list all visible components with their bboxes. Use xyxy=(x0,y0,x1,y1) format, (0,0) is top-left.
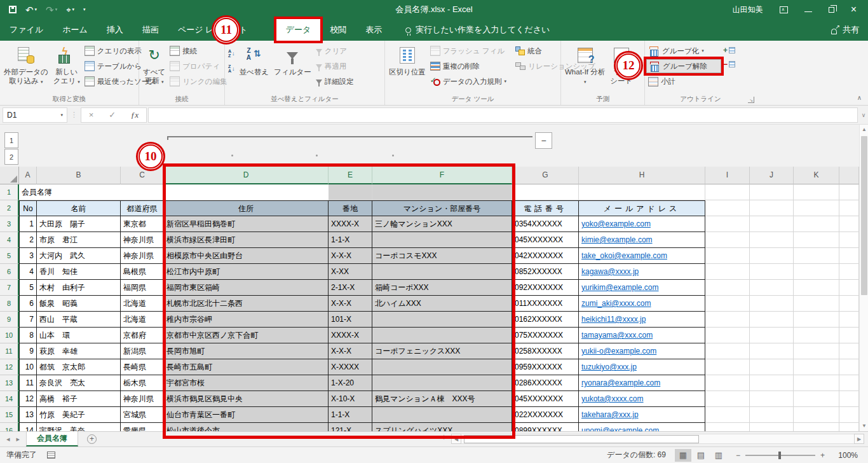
email-link[interactable]: tuzukiyo@xxx.jp xyxy=(581,363,637,371)
table-row-8-col-1[interactable]: 8 xyxy=(19,328,37,343)
empty-cell[interactable] xyxy=(794,264,839,280)
table-row-14-col-1[interactable]: 14 xyxy=(19,423,37,431)
empty-cell[interactable] xyxy=(750,216,794,232)
row-header-11[interactable]: 11 xyxy=(0,343,19,359)
row-header-8[interactable]: 8 xyxy=(0,296,19,312)
table-row-11-col-3[interactable]: 栃木県 xyxy=(121,375,164,391)
empty-cell[interactable] xyxy=(579,184,705,200)
empty-cell[interactable] xyxy=(750,359,794,375)
table-row-5-col-3[interactable]: 福岡県 xyxy=(121,280,164,296)
filter-button[interactable]: フィルター xyxy=(271,43,314,96)
email-link[interactable]: yurikim@example.com xyxy=(581,283,659,292)
what-if-analysis-button[interactable]: What-If 分析 ▾ xyxy=(562,43,607,96)
table-row-2-col-2[interactable]: 市原 君江 xyxy=(37,232,121,248)
horizontal-scroll-thumb[interactable] xyxy=(464,435,699,443)
text-to-columns-button[interactable]: 区切り位置 xyxy=(386,43,428,96)
table-row-14-col-7[interactable]: 0899XXXXXX xyxy=(512,423,579,431)
empty-cell[interactable] xyxy=(839,232,859,248)
column-header-K[interactable]: K xyxy=(794,167,839,184)
reapply-button[interactable]: 再適用 xyxy=(314,59,356,73)
table-row-3-col-2[interactable]: 大河内 武久 xyxy=(37,248,121,264)
empty-cell[interactable] xyxy=(705,391,750,407)
vertical-scrollbar[interactable]: ▲ ▼ xyxy=(859,125,868,431)
horizontal-scrollbar[interactable]: ◀ ▶ xyxy=(451,433,864,445)
table-row-3-col-1[interactable]: 3 xyxy=(19,248,37,264)
table-row-6-col-6[interactable]: 北ハイムXXX xyxy=(372,296,512,312)
table-row-7-col-5[interactable]: 101-X xyxy=(329,312,372,328)
table-row-10-col-2[interactable]: 都筑 京太郎 xyxy=(37,359,121,375)
empty-cell[interactable] xyxy=(839,391,859,407)
table-row-2-col-6[interactable] xyxy=(372,232,512,248)
empty-cell[interactable] xyxy=(839,312,859,328)
show-detail-button[interactable]: + xyxy=(721,44,737,57)
table-row-8-col-5[interactable]: XXXX-X xyxy=(329,328,372,343)
table-row-5-col-2[interactable]: 木村 由利子 xyxy=(37,280,121,296)
remove-duplicates-button[interactable]: 重複の削除 xyxy=(428,59,508,73)
empty-cell[interactable] xyxy=(839,248,859,264)
empty-cell[interactable] xyxy=(794,232,839,248)
formula-input[interactable] xyxy=(148,107,858,123)
scroll-right-icon[interactable]: ▶ xyxy=(854,434,864,444)
table-row-8-col-7[interactable]: 075XXXXXXX xyxy=(512,328,579,343)
table-row-12-col-5[interactable]: X-10-X xyxy=(329,391,372,407)
email-link[interactable]: tamayama@xxx.com xyxy=(581,331,653,340)
empty-cell[interactable] xyxy=(705,184,750,200)
column-header-filler[interactable] xyxy=(839,167,859,184)
empty-cell[interactable] xyxy=(705,216,750,232)
empty-cell[interactable] xyxy=(750,184,794,200)
table-row-4-col-6[interactable] xyxy=(372,264,512,280)
empty-cell[interactable] xyxy=(750,391,794,407)
table-row-5-col-1[interactable]: 5 xyxy=(19,280,37,296)
table-row-7-col-7[interactable]: 0162XXXXXX xyxy=(512,312,579,328)
row-header-6[interactable]: 6 xyxy=(0,264,19,280)
table-row-1-col-3[interactable]: 東京都 xyxy=(121,216,164,232)
column-header-I[interactable]: I xyxy=(705,167,750,184)
empty-cell[interactable] xyxy=(705,423,750,431)
table-row-2-col-1[interactable]: 2 xyxy=(19,232,37,248)
table-header-3[interactable]: 都道府県 xyxy=(121,200,164,216)
empty-cell[interactable] xyxy=(750,407,794,423)
cancel-icon[interactable]: × xyxy=(89,110,94,120)
email-link[interactable]: unomi@excample.com xyxy=(581,426,659,431)
table-row-14-col-4[interactable]: 松山市道後今市 xyxy=(164,423,329,431)
table-row-6-col-7[interactable]: 011XXXXXXX xyxy=(512,296,579,312)
page-break-view-button[interactable]: ▥ xyxy=(710,449,727,462)
row-header-15[interactable]: 15 xyxy=(0,407,19,423)
empty-cell[interactable] xyxy=(839,280,859,296)
tab-draw[interactable]: 描画 xyxy=(133,19,168,41)
zoom-slider[interactable] xyxy=(745,455,815,456)
row-header-3[interactable]: 3 xyxy=(0,216,19,232)
empty-cell[interactable] xyxy=(705,264,750,280)
table-row-12-col-8[interactable]: yukota@xxxx.com xyxy=(579,391,705,407)
tab-review[interactable]: 校閲 xyxy=(320,19,356,41)
empty-cell[interactable] xyxy=(750,423,794,431)
tab-home[interactable]: ホーム xyxy=(53,19,97,41)
table-row-8-col-3[interactable]: 京都府 xyxy=(121,328,164,343)
cell-E1-selected[interactable] xyxy=(329,184,372,200)
hide-detail-button[interactable]: − xyxy=(721,58,737,71)
table-row-10-col-7[interactable]: 0959XXXXXX xyxy=(512,359,579,375)
zoom-out-button[interactable]: − xyxy=(736,451,740,460)
empty-cell[interactable] xyxy=(705,312,750,328)
table-row-3-col-4[interactable]: 相模原市中央区由野台 xyxy=(164,248,329,264)
row-header-5[interactable]: 5 xyxy=(0,248,19,264)
empty-cell[interactable] xyxy=(794,216,839,232)
tell-me-box[interactable]: 実行したい作業を入力してください xyxy=(405,19,550,41)
empty-cell[interactable] xyxy=(839,264,859,280)
email-link[interactable]: takehara@xxx.jp xyxy=(581,410,639,419)
row-header-2[interactable]: 2 xyxy=(0,200,19,216)
tab-view[interactable]: 表示 xyxy=(356,19,391,41)
table-row-8-col-6[interactable] xyxy=(372,328,512,343)
row-header-14[interactable]: 14 xyxy=(0,391,19,407)
empty-cell[interactable] xyxy=(750,200,794,216)
table-row-9-col-5[interactable]: X-X-X xyxy=(329,343,372,359)
group-button[interactable]: グループ化 ▾ xyxy=(646,44,721,58)
empty-cell[interactable] xyxy=(839,184,859,200)
select-all-button[interactable] xyxy=(0,167,19,184)
table-row-9-col-2[interactable]: 萩原 幸雄 xyxy=(37,343,121,359)
table-header-7[interactable]: 電話番号 xyxy=(512,200,579,216)
table-row-6-col-5[interactable]: X-X-X xyxy=(329,296,372,312)
row-header-1[interactable]: 1 xyxy=(0,184,19,200)
clear-filter-button[interactable]: クリア xyxy=(314,44,356,58)
table-row-1-col-2[interactable]: 大田原 陽子 xyxy=(37,216,121,232)
